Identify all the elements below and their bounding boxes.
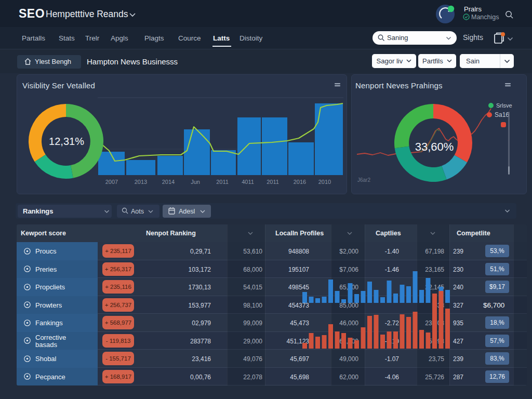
svg-text:2016: 2016	[294, 179, 306, 185]
svg-text:4011: 4011	[242, 179, 254, 185]
svg-text:33,60%: 33,60%	[415, 140, 454, 153]
svg-text:2014: 2014	[162, 179, 175, 185]
svg-text:2011: 2011	[267, 179, 279, 185]
svg-text:Sa16: Sa16	[495, 111, 509, 118]
svg-text:2011: 2011	[216, 179, 229, 185]
svg-text:12,31%: 12,31%	[49, 136, 84, 147]
svg-text:2007: 2007	[105, 179, 118, 185]
svg-text:J6ar2: J6ar2	[357, 177, 370, 183]
svg-text:Jun: Jun	[191, 179, 200, 185]
svg-text:2010: 2010	[318, 179, 331, 185]
svg-text:2013: 2013	[135, 179, 147, 185]
svg-text:Srlsve: Srlsve	[496, 102, 512, 109]
